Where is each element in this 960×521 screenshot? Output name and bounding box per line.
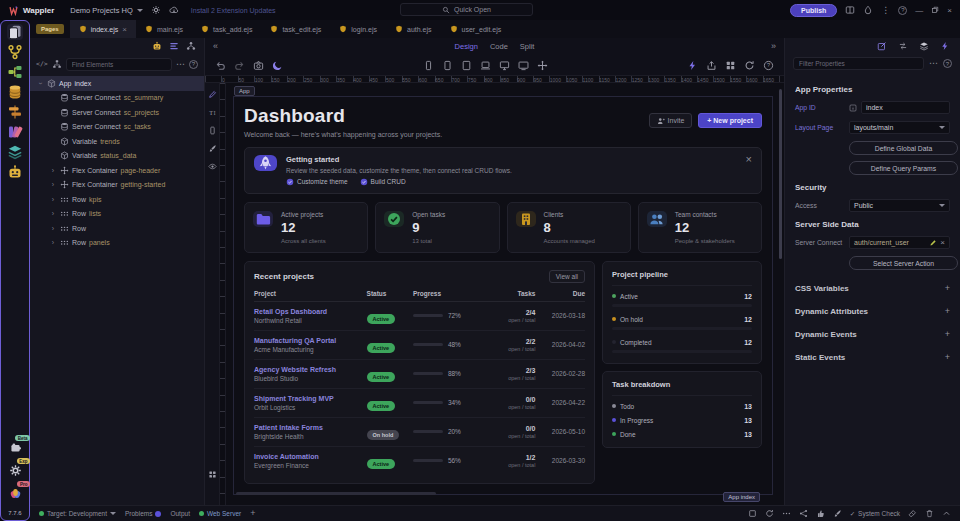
help-icon[interactable]: ? [943,59,952,68]
tab-split[interactable]: Split [520,42,535,51]
code-view-icon[interactable]: </> [36,60,48,68]
tree-row[interactable]: › Row panels [30,236,204,251]
file-tab[interactable]: auth.ejs [386,20,441,38]
project-link[interactable]: Agency Website Refresh [254,366,367,373]
tablet-icon[interactable] [461,60,472,71]
trash-icon[interactable] [925,509,934,518]
quick-open[interactable]: Quick Open [400,3,533,16]
project-link[interactable]: Invoice Automation [254,453,367,460]
theme-brush-icon[interactable] [208,144,217,153]
laptop-icon[interactable] [480,60,491,71]
sitemap-icon[interactable] [52,59,62,69]
expander-chevron-icon[interactable]: › [37,79,44,87]
tv-icon[interactable] [518,60,529,71]
clear-icon[interactable] [908,509,917,518]
events-bolt-icon[interactable] [938,41,951,52]
file-tab[interactable]: main.ejs [136,20,192,38]
output-button[interactable]: Output [170,510,190,517]
settings-gear-icon[interactable] [151,5,161,15]
pro-features-icon[interactable]: Pro [4,484,26,502]
collapsed-section[interactable]: Dynamic Events + [795,329,950,339]
invite-button[interactable]: Invite [649,113,693,128]
desktop-icon[interactable] [499,60,510,71]
define-global-data-button[interactable]: Define Global Data [849,141,958,155]
app-id-input[interactable] [861,101,950,114]
help-icon[interactable]: ? [189,60,198,69]
help-icon[interactable]: ? [763,60,774,71]
stop-icon[interactable] [748,509,757,518]
tree-row[interactable]: › Variable trends [30,134,204,149]
device-preview-icon[interactable] [208,126,217,135]
clear-x-icon[interactable]: × [940,238,945,247]
file-tab[interactable]: user_edit.ejs [441,20,511,38]
git-icon[interactable] [7,44,23,60]
restore-button-icon[interactable] [931,6,939,14]
tree-row[interactable]: › Row lists [30,207,204,222]
layers-panel-icon[interactable] [917,41,930,52]
tree-row[interactable]: › Server Connect sc_projects [30,105,204,120]
access-select[interactable]: Public [849,199,950,212]
collapsed-section[interactable]: Dynamic Attributes + [795,306,950,316]
help-icon[interactable]: ? [898,6,907,15]
tree-row[interactable]: › Variable status_data [30,149,204,164]
filter-properties-input[interactable] [793,57,924,70]
edit-pencil-icon[interactable] [929,239,937,247]
tab-design[interactable]: Design [455,42,478,51]
close-tab-icon[interactable]: × [122,25,127,34]
project-link[interactable]: Patient Intake Forms [254,424,367,431]
project-link[interactable]: Retail Ops Dashboard [254,308,367,315]
collapse-right-icon[interactable]: » [771,42,776,51]
expander-chevron-icon[interactable]: › [49,167,57,174]
tree-row[interactable]: › Row [30,221,204,236]
layers-icon[interactable] [7,144,23,160]
publish-button[interactable]: Publish [790,4,837,17]
phone-icon[interactable] [423,60,434,71]
extension-update-notice[interactable]: Install 2 Extension Updates [191,7,276,14]
target-selector[interactable]: Target: Development [39,510,116,517]
select-server-action-button[interactable]: Select Server Action [849,256,958,270]
text-style-icon[interactable]: TI [208,108,217,117]
design-canvas[interactable]: App App index Dashboard Welcome back — h… [226,83,784,505]
define-query-params-button[interactable]: Define Query Params [849,161,958,175]
dynamic-data-bolt-icon[interactable] [687,60,698,71]
more-icon[interactable] [782,509,791,518]
outline-list-icon[interactable] [169,41,179,51]
responsive-icon[interactable] [537,60,548,71]
more-icon[interactable]: ⋯ [176,60,185,69]
cloud-download-icon[interactable] [169,5,179,15]
vertical-scrollbar[interactable] [779,89,782,259]
redo-icon[interactable] [234,60,245,71]
project-link[interactable]: Shipment Tracking MVP [254,395,367,402]
routes-icon[interactable] [7,104,23,120]
web-server-status[interactable]: Web Server [199,510,241,517]
ai-robot-icon[interactable] [152,41,162,51]
more-icon[interactable]: ⋯ [929,59,938,68]
expand-plus-icon[interactable]: + [945,283,950,293]
expander-chevron-icon[interactable]: › [49,239,57,246]
file-tab[interactable]: task_edit.ejs [261,20,330,38]
refresh-icon[interactable] [765,509,774,518]
project-selector[interactable]: Demo Projects HQ [70,6,143,15]
export-icon[interactable] [706,60,717,71]
tree-row[interactable]: › Server Connect sc_summary [30,91,204,106]
layout-page-select[interactable]: layouts/main [849,121,950,134]
file-tab[interactable]: login.ejs [330,20,386,38]
design-icon[interactable] [7,124,23,140]
collapsed-section[interactable]: CSS Variables + [795,283,950,293]
grid-guides-icon[interactable] [208,470,217,479]
more-vertical-icon[interactable]: ⋮ [881,6,890,15]
tree-row[interactable]: › Server Connect sc_tasks [30,120,204,135]
dark-mode-icon[interactable] [272,60,283,71]
workflows-icon[interactable] [7,64,23,80]
find-elements-input[interactable] [66,58,172,71]
droplet-icon[interactable] [863,5,873,15]
extensions-icon[interactable]: Beta [4,438,26,456]
expand-plus-icon[interactable]: + [945,352,950,362]
minimize-button[interactable]: — [915,6,923,15]
database-icon[interactable] [7,84,23,100]
add-icon[interactable]: + [250,509,255,518]
inspect-eye-icon[interactable] [208,162,217,171]
expander-chevron-icon[interactable]: › [49,225,57,232]
file-tab[interactable]: index.ejs × [70,20,136,38]
undo-icon[interactable] [215,60,226,71]
